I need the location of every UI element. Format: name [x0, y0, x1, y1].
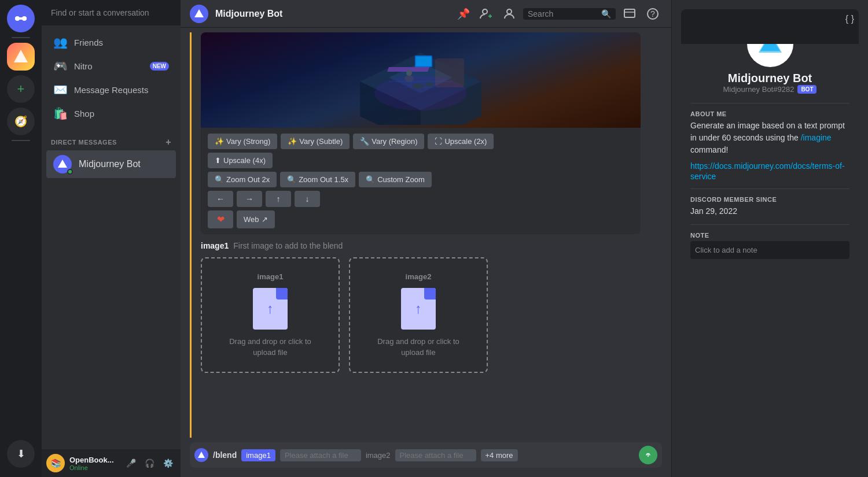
home-server-icon[interactable] [7, 5, 35, 32]
nitro-star: ✦ [56, 62, 61, 70]
svg-marker-4 [58, 160, 67, 168]
buttons-row-5: ❤ Web ↗ [208, 210, 634, 228]
vary-region-label: Vary (Region) [372, 137, 417, 146]
profile-name: Midjourney Bot [690, 72, 849, 85]
member-since-section: DISCORD MEMBER SINCE Jan 29, 2022 [690, 189, 849, 217]
dm-user-midjourney[interactable]: Midjourney Bot [46, 150, 176, 178]
profile-tag: Midjourney Bot#9282 [723, 85, 795, 94]
upscale-2x-icon: ⛶ [435, 137, 442, 146]
add-server-button[interactable]: + [7, 75, 35, 103]
zoom-out-2x-button[interactable]: 🔍 Zoom Out 2x [208, 172, 277, 187]
discover-servers-button[interactable]: 🧭 [7, 108, 35, 135]
main-chat-area: Midjourney Bot 📌 🔍 [181, 0, 671, 477]
zoom-out-1.5x-button[interactable]: 🔍 Zoom Out 1.5x [280, 172, 355, 187]
add-friend-button[interactable] [477, 5, 495, 23]
new-dm-button[interactable]: + [165, 137, 171, 147]
chat-header-name: Midjourney Bot [215, 9, 282, 19]
command-prefix: /blend [213, 450, 237, 460]
shop-label: Shop [74, 109, 94, 119]
about-me-section: ABOUT ME Generate an image based on a te… [690, 103, 849, 156]
buttons-row-1: ✨ Vary (Strong) ✨ Vary (Subtle) 🔧 Vary (… [208, 134, 634, 149]
upload-arrow-1: ↑ [267, 301, 274, 317]
settings-button[interactable]: ⚙️ [160, 455, 176, 471]
svg-marker-28 [198, 452, 205, 458]
generated-image [201, 32, 641, 128]
vary-strong-icon: ✨ [215, 137, 224, 146]
note-title: NOTE [690, 232, 849, 239]
upscale-4x-button[interactable]: ⬆ Upscale (4x) [208, 153, 273, 168]
inbox-button[interactable] [620, 5, 639, 23]
dm-search-input[interactable] [46, 6, 176, 20]
username: OpenBook... [69, 456, 118, 464]
note-placeholder: Click to add a note [695, 246, 757, 254]
help-button[interactable]: ? [643, 5, 662, 23]
profile-banner: { } [681, 9, 859, 44]
midjourney-avatar [53, 155, 72, 173]
chat-messages[interactable]: ✨ Vary (Strong) ✨ Vary (Subtle) 🔧 Vary (… [181, 28, 671, 442]
buttons-row-3: 🔍 Zoom Out 2x 🔍 Zoom Out 1.5x 🔍 Custom [208, 172, 634, 187]
upscale-2x-button[interactable]: ⛶ Upscale (2x) [428, 134, 494, 149]
image1-input[interactable] [280, 449, 361, 461]
image2-input[interactable] [395, 449, 476, 461]
deafen-button[interactable]: 🎧 [141, 455, 157, 471]
more-options-chip[interactable]: +4 more [481, 449, 518, 461]
sidebar-item-nitro[interactable]: 🎮 Nitro NEW ✦ [46, 54, 176, 77]
sidebar-item-shop[interactable]: 🛍️ Shop [46, 102, 176, 125]
upscale-2x-label: Upscale (2x) [444, 137, 487, 146]
about-me-text-2: command! [690, 145, 728, 154]
svg-point-26 [412, 83, 424, 89]
arrow-down-button[interactable]: ↓ [295, 191, 320, 207]
shop-icon: 🛍️ [53, 106, 67, 120]
custom-server-1[interactable] [7, 43, 35, 71]
user-control-buttons: 🎤 🎧 ⚙️ [123, 455, 176, 471]
docs-link[interactable]: https://docs.midjourney.com/docs/terms-o… [690, 161, 845, 181]
dropzone-image2[interactable]: image2 ↑ Drag and drop or click toupload… [349, 257, 488, 373]
vary-strong-button[interactable]: ✨ Vary (Strong) [208, 134, 277, 149]
user-controls-bar: 📚 OpenBook... Online 🎤 🎧 ⚙️ [42, 449, 181, 477]
svg-point-21 [406, 70, 412, 76]
vary-subtle-button[interactable]: ✨ Vary (Subtle) [281, 134, 350, 149]
blend-param-desc: First image to add to the blend [233, 241, 343, 250]
note-input[interactable]: Click to add a note [690, 241, 849, 259]
download-apps-button[interactable]: ⬇ [7, 440, 35, 468]
search-input[interactable] [528, 9, 599, 19]
arrow-left-button[interactable]: ← [208, 191, 233, 207]
input-avatar [194, 448, 208, 462]
mute-button[interactable]: 🎤 [123, 455, 139, 471]
zoom-out-2x-label: Zoom Out 2x [226, 175, 270, 184]
arrow-up-button[interactable]: ↑ [266, 191, 291, 207]
arrow-right-button[interactable]: → [237, 191, 262, 207]
svg-point-9 [507, 9, 512, 14]
blend-param-name: image1 [201, 241, 229, 250]
user-status: Online [69, 464, 118, 471]
buttons-row-4: ← → ↑ ↓ [208, 191, 634, 207]
vary-strong-label: Vary (Strong) [226, 137, 270, 146]
about-me-text: Generate an image based on a text prompt… [690, 120, 849, 156]
sidebar-item-message-requests[interactable]: ✉️ Message Requests [46, 78, 176, 101]
dropzone2-title: image2 [406, 272, 432, 281]
profile-button[interactable] [500, 5, 518, 23]
profile-details: ABOUT ME Generate an image based on a te… [681, 103, 859, 268]
dropzone-image1[interactable]: image1 ↑ Drag and drop or click toupload… [201, 257, 340, 373]
code-panel-button[interactable]: { } [845, 14, 854, 24]
custom-zoom-button[interactable]: 🔍 Custom Zoom [359, 172, 432, 187]
search-icon: 🔍 [601, 9, 611, 19]
svg-rect-19 [416, 57, 431, 66]
heart-button[interactable]: ❤ [208, 210, 233, 228]
pin-button[interactable]: 📌 [455, 5, 472, 23]
upload-arrow-2: ↑ [415, 301, 422, 317]
custom-zoom-label: Custom Zoom [377, 175, 425, 184]
server-divider [12, 37, 30, 38]
web-button[interactable]: Web ↗ [237, 210, 275, 228]
isometric-room-image [319, 35, 522, 125]
vary-region-button[interactable]: 🔧 Vary (Region) [353, 134, 424, 149]
friends-label: Friends [74, 38, 103, 47]
search-bar[interactable]: 🔍 [523, 8, 616, 20]
buttons-row-2: ⬆ Upscale (4x) [208, 153, 634, 168]
sidebar-item-friends[interactable]: 👥 Friends [46, 31, 176, 54]
send-button[interactable] [639, 446, 657, 464]
profile-tag-row: Midjourney Bot#9282 BOT [690, 85, 849, 94]
custom-zoom-icon: 🔍 [366, 175, 375, 184]
message-requests-icon: ✉️ [53, 83, 67, 97]
right-panel: { } Midjourney Bot Midjourney Bot#9282 B… [671, 0, 868, 477]
